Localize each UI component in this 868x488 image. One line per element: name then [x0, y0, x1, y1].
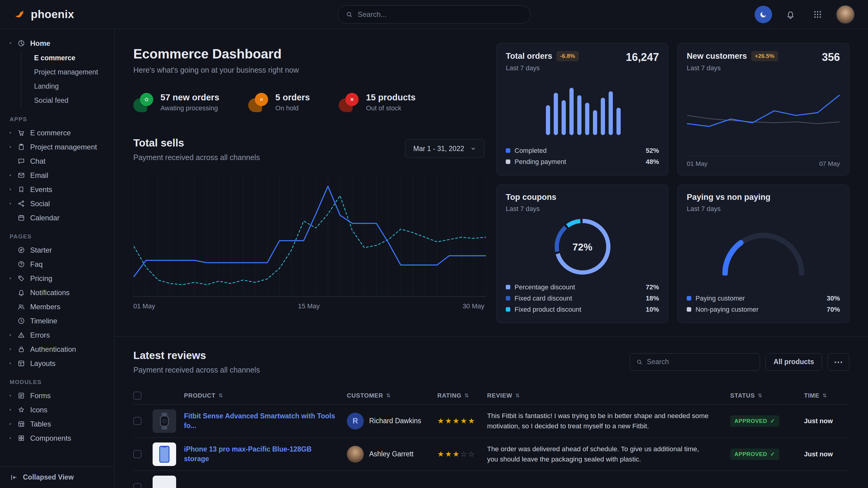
check-icon: ✓	[770, 451, 775, 458]
sidebar-item-label: Project management	[30, 143, 97, 151]
sidebar-item-e-commerce[interactable]: E commerce	[8, 126, 110, 140]
user-avatar[interactable]	[836, 5, 855, 24]
sidebar-item-social-feed[interactable]: Social feed	[34, 93, 110, 108]
legend-label: Fixed product discount	[515, 306, 581, 314]
total-orders-legend: Completed52%Pending payment48%	[506, 145, 659, 167]
sidebar-item-icons[interactable]: Icons	[8, 403, 110, 417]
x-tick: 15 May	[298, 302, 320, 310]
rating-stars: ★★★☆☆	[437, 450, 476, 458]
sort-icon[interactable]: ⇅	[464, 392, 469, 399]
sidebar-item-project-management[interactable]: Project management	[8, 140, 110, 154]
sidebar-item-social[interactable]: Social	[8, 197, 110, 211]
sort-icon[interactable]: ⇅	[758, 392, 763, 399]
sidebar-item-label: Starter	[30, 246, 52, 254]
select-all-checkbox[interactable]	[133, 392, 142, 400]
total-orders-bar-chart	[506, 72, 659, 145]
collapsed-view-button[interactable]: Collapsed View	[0, 466, 114, 488]
sidebar-item-forms[interactable]: Forms	[8, 389, 110, 403]
sidebar-item-tables[interactable]: Tables	[8, 417, 110, 431]
total-sells-x-axis: 01 May 15 May 30 May	[133, 302, 484, 310]
stat-value: 15 products	[366, 93, 415, 102]
product-link[interactable]	[184, 483, 194, 488]
reviews-search-input[interactable]	[647, 358, 754, 366]
brand[interactable]: phoenix	[13, 7, 74, 22]
sidebar-item-home[interactable]: Home	[8, 36, 110, 50]
card-title: Top coupons	[506, 193, 556, 202]
date-range-select[interactable]: Mar 1 - 31, 2022	[405, 139, 484, 158]
sidebar-item-layouts[interactable]: Layouts	[8, 356, 110, 370]
tag-icon	[18, 274, 30, 282]
sidebar-item-faq[interactable]: Faq	[8, 257, 110, 271]
card-paying-vs-nonpaying: Paying vs non paying Last 7 days Paying …	[677, 185, 849, 323]
caret-right-icon	[8, 188, 18, 191]
column-header-customer: CUSTOMER⇅	[347, 392, 437, 399]
legend-item-paying-customer: Paying customer30%	[687, 293, 840, 304]
sidebar-item-chat[interactable]: Chat	[8, 154, 110, 168]
sidebar-item-starter[interactable]: Starter	[8, 243, 110, 257]
bell-icon	[18, 289, 30, 296]
sidebar-item-pricing[interactable]: Pricing	[8, 271, 110, 286]
sidebar-item-project-management[interactable]: Project management	[34, 65, 110, 79]
product-link[interactable]: Fitbit Sense Advanced Smartwatch with To…	[184, 412, 335, 429]
reviews-search	[630, 353, 760, 371]
sidebar-item-notifications[interactable]: Notifications	[8, 286, 110, 300]
sidebar-item-label: Members	[30, 303, 60, 311]
sidebar-item-members[interactable]: Members	[8, 300, 110, 314]
search-input[interactable]	[358, 10, 522, 19]
sidebar-item-authentication[interactable]: Authentication	[8, 342, 110, 356]
compass-icon	[18, 246, 30, 254]
legend-item-fixed-product-discount: Fixed product discount10%	[506, 304, 659, 315]
sidebar-item-events[interactable]: Events	[8, 182, 110, 197]
clipboard-icon	[18, 143, 30, 151]
legend-value: 72%	[646, 283, 659, 291]
legend-swatch	[506, 285, 510, 289]
theme-toggle-button[interactable]	[754, 6, 772, 23]
customer-avatar	[347, 446, 364, 463]
sidebar-item-calendar[interactable]: Calendar	[8, 211, 110, 225]
row-checkbox[interactable]	[133, 483, 142, 488]
sidebar-item-e-commerce[interactable]: E commerce	[34, 51, 110, 65]
lock-icon	[18, 346, 30, 353]
paying-legend: Paying customer30%Non-paying customer70%	[687, 293, 840, 315]
all-products-button[interactable]: All products	[766, 353, 822, 371]
sort-icon[interactable]: ⇅	[386, 392, 391, 399]
sidebar-item-landing[interactable]: Landing	[34, 79, 110, 93]
caret-right-icon	[8, 408, 18, 412]
column-label: TIME	[804, 392, 819, 399]
collapse-icon	[10, 474, 18, 481]
sidebar-item-timeline[interactable]: Timeline	[8, 314, 110, 328]
legend-label: Pending payment	[515, 158, 566, 166]
sidebar-item-errors[interactable]: Errors	[8, 328, 110, 342]
star-icon	[18, 406, 30, 414]
x-tick: 30 May	[463, 302, 484, 310]
rating-stars: ★★★★★	[437, 417, 476, 425]
apps-grid-button[interactable]	[809, 6, 826, 23]
row-checkbox[interactable]	[133, 417, 142, 425]
sort-icon[interactable]: ⇅	[219, 392, 223, 399]
more-actions-button[interactable]: ⋯	[828, 353, 849, 371]
sidebar-item-label: Layouts	[30, 359, 56, 368]
column-label: PRODUCT	[184, 392, 216, 399]
legend-swatch	[506, 296, 510, 300]
legend-value: 52%	[646, 147, 659, 155]
card-title: Paying vs non paying	[687, 193, 771, 202]
notifications-button[interactable]	[782, 6, 799, 23]
stat-15-products: 15 productsOut of stock	[339, 93, 415, 112]
brand-name: phoenix	[31, 8, 74, 21]
product-link[interactable]: iPhone 13 pro max-Pacific Blue-128GB sto…	[184, 445, 312, 462]
card-period: Last 7 days	[506, 64, 579, 72]
sort-icon[interactable]: ⇅	[823, 392, 827, 399]
column-label: STATUS	[730, 392, 755, 399]
pie-chart-icon	[18, 39, 30, 47]
phoenix-logo-icon	[13, 7, 26, 22]
row-checkbox[interactable]	[133, 450, 142, 458]
sidebar-item-components[interactable]: Components	[8, 431, 110, 445]
sidebar-item-label: Calendar	[30, 214, 59, 222]
sidebar-item-email[interactable]: Email	[8, 168, 110, 182]
legend-value: 48%	[646, 158, 659, 166]
sort-icon[interactable]: ⇅	[516, 392, 520, 399]
sidebar-item-label: Faq	[30, 260, 42, 268]
card-period: Last 7 days	[687, 205, 771, 213]
card-title: New customers	[687, 52, 747, 61]
sidebar-item-label: Pricing	[30, 274, 52, 283]
